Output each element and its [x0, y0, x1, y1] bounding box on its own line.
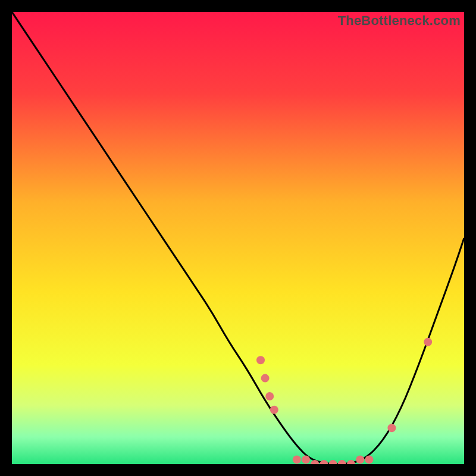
chart-svg [12, 12, 464, 464]
marker-point [270, 406, 278, 414]
marker-point [256, 356, 265, 364]
marker-point [387, 424, 396, 432]
marker-point [265, 392, 274, 400]
marker-point [293, 455, 301, 464]
marker-point [302, 455, 310, 464]
marker-point [261, 374, 270, 383]
marker-point [365, 455, 373, 464]
marker-point [424, 338, 432, 346]
chart-background [12, 12, 464, 464]
marker-point [356, 455, 364, 464]
chart-frame: TheBottleneck.com [12, 12, 464, 464]
watermark-text: TheBottleneck.com [338, 13, 461, 29]
